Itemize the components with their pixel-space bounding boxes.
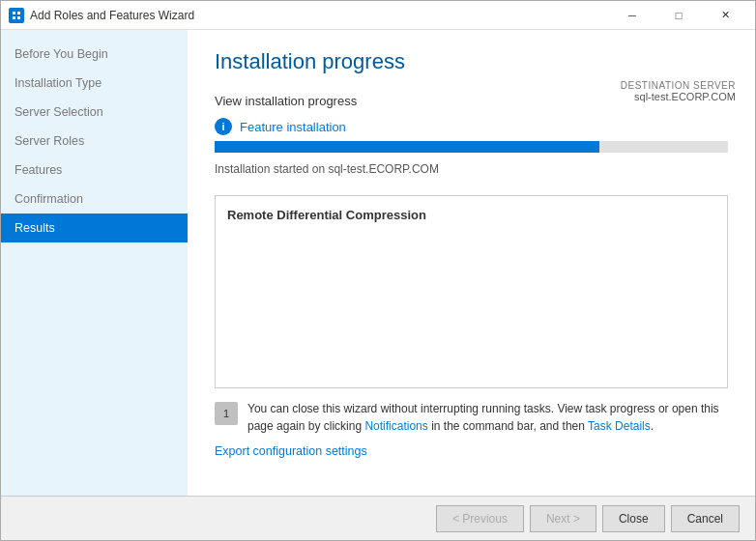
notification-text: You can close this wizard without interr…	[247, 400, 728, 435]
progress-area: i Feature installation Installation star…	[215, 118, 728, 185]
task-details-link[interactable]: Task Details	[588, 419, 651, 433]
wizard-window: Add Roles and Features Wizard ─ □ ✕ Befo…	[0, 0, 756, 541]
results-item: Remote Differential Compression	[227, 208, 715, 222]
minimize-button[interactable]: ─	[610, 1, 654, 30]
window-title: Add Roles and Features Wizard	[30, 9, 610, 22]
footer: < Previous Next > Close Cancel	[1, 496, 755, 540]
main-content: Before You Begin Installation Type Serve…	[1, 30, 755, 496]
destination-label: DESTINATION SERVER	[621, 80, 736, 91]
notification-icon: 1	[215, 402, 238, 425]
svg-rect-1	[17, 12, 20, 14]
title-bar: Add Roles and Features Wizard ─ □ ✕	[1, 1, 755, 30]
page-title: Installation progress	[215, 49, 728, 74]
notification-area: 1 You can close this wizard without inte…	[215, 400, 728, 435]
feature-installation-label: Feature installation	[240, 120, 346, 134]
sidebar-item-server-roles[interactable]: Server Roles	[1, 127, 188, 156]
sidebar-item-installation-type[interactable]: Installation Type	[1, 69, 188, 98]
cancel-button[interactable]: Cancel	[671, 505, 740, 532]
next-button[interactable]: Next >	[530, 505, 596, 532]
sidebar-item-before-you-begin[interactable]: Before You Begin	[1, 40, 188, 69]
destination-server-info: DESTINATION SERVER sql-test.ECORP.COM	[621, 80, 736, 102]
notification-text-part3: .	[651, 419, 654, 433]
destination-server-name: sql-test.ECORP.COM	[621, 91, 736, 102]
notifications-link[interactable]: Notifications	[364, 419, 427, 433]
export-link[interactable]: Export configuration settings	[215, 444, 728, 458]
close-button[interactable]: ✕	[703, 1, 747, 30]
app-icon	[9, 8, 24, 23]
window-controls: ─ □ ✕	[610, 1, 747, 30]
previous-button[interactable]: < Previous	[436, 505, 524, 532]
feature-installation-row: i Feature installation	[215, 118, 728, 135]
sidebar: Before You Begin Installation Type Serve…	[1, 30, 188, 496]
progress-bar-container	[215, 141, 728, 153]
installation-status: Installation started on sql-test.ECORP.C…	[215, 162, 728, 176]
svg-rect-0	[13, 12, 15, 14]
svg-rect-3	[17, 16, 20, 19]
sidebar-item-results[interactable]: Results	[1, 214, 188, 242]
maximize-button[interactable]: □	[656, 1, 701, 30]
notification-text-part2: in the command bar, and then	[428, 419, 588, 433]
progress-bar-fill	[215, 141, 599, 153]
svg-rect-2	[13, 16, 15, 19]
page-header: Installation progress	[215, 49, 728, 76]
sidebar-item-server-selection[interactable]: Server Selection	[1, 98, 188, 127]
sidebar-item-features[interactable]: Features	[1, 156, 188, 185]
results-box: Remote Differential Compression	[215, 195, 728, 388]
sidebar-item-confirmation[interactable]: Confirmation	[1, 185, 188, 214]
close-wizard-button[interactable]: Close	[602, 505, 665, 532]
main-area: DESTINATION SERVER sql-test.ECORP.COM In…	[188, 30, 755, 496]
info-icon: i	[215, 118, 232, 135]
